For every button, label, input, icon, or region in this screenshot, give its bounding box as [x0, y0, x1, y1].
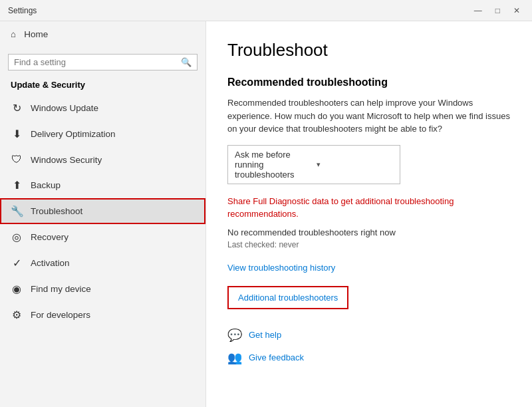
- additional-troubleshooters-label: Additional troubleshooters: [238, 293, 338, 303]
- recovery-icon: ◎: [11, 231, 23, 243]
- get-help-link[interactable]: 💬 Get help: [227, 328, 511, 342]
- dropdown-value: Ask me before running troubleshooters: [235, 150, 311, 180]
- sidebar-home-label: Home: [24, 29, 48, 39]
- additional-troubleshooters-button[interactable]: Additional troubleshooters: [227, 286, 348, 309]
- for-developers-icon: ⚙: [11, 309, 23, 321]
- home-icon: ⌂: [11, 29, 16, 39]
- get-help-icon: 💬: [227, 328, 242, 342]
- find-my-device-icon: ◉: [11, 283, 23, 295]
- windows-security-icon: 🛡: [11, 154, 23, 166]
- sidebar-item-troubleshoot[interactable]: 🔧 Troubleshoot: [0, 198, 205, 224]
- search-icon: 🔍: [181, 57, 192, 67]
- activation-icon: ✓: [11, 257, 23, 269]
- sidebar-item-label: Windows Update: [31, 103, 98, 113]
- get-help-label: Get help: [249, 330, 281, 340]
- chevron-down-icon: ▾: [317, 160, 393, 169]
- sidebar-item-activation[interactable]: ✓ Activation: [0, 250, 205, 276]
- last-checked-text: Last checked: never: [227, 240, 511, 249]
- sidebar-item-label: Activation: [31, 258, 70, 268]
- troubleshooter-dropdown[interactable]: Ask me before running troubleshooters ▾: [227, 145, 400, 184]
- sidebar-section-title: Update & Security: [0, 77, 205, 95]
- sidebar-item-windows-update[interactable]: ↻ Windows Update: [0, 95, 205, 121]
- view-history-link[interactable]: View troubleshooting history: [227, 263, 511, 273]
- give-feedback-icon: 👥: [227, 350, 242, 365]
- sidebar-item-find-my-device[interactable]: ◉ Find my device: [0, 276, 205, 302]
- app-container: ⌂ Home 🔍 Update & Security ↻ Windows Upd…: [0, 21, 532, 407]
- page-title: Troubleshoot: [227, 40, 511, 61]
- backup-icon: ⬆: [11, 179, 23, 192]
- sidebar-item-label: Recovery: [31, 232, 68, 242]
- sidebar-item-label: Windows Security: [31, 155, 102, 165]
- windows-update-icon: ↻: [11, 102, 23, 114]
- description-text: Recommended troubleshooters can help imp…: [227, 96, 511, 136]
- give-feedback-link[interactable]: 👥 Give feedback: [227, 350, 511, 365]
- minimize-button[interactable]: —: [470, 5, 486, 17]
- recommended-section-title: Recommended troubleshooting: [227, 76, 511, 88]
- close-button[interactable]: ✕: [509, 5, 524, 17]
- troubleshoot-icon: 🔧: [11, 205, 23, 217]
- main-content: Troubleshoot Recommended troubleshooting…: [206, 21, 532, 407]
- sidebar-item-home[interactable]: ⌂ Home: [0, 21, 205, 47]
- sidebar: ⌂ Home 🔍 Update & Security ↻ Windows Upd…: [0, 21, 206, 407]
- sidebar-item-for-developers[interactable]: ⚙ For developers: [0, 302, 205, 328]
- sidebar-item-recovery[interactable]: ◎ Recovery: [0, 224, 205, 250]
- sidebar-item-label: Find my device: [31, 284, 91, 294]
- search-input[interactable]: [14, 57, 181, 67]
- sidebar-search-box[interactable]: 🔍: [8, 54, 198, 70]
- diagnostic-link[interactable]: Share Full Diagnostic data to get additi…: [227, 195, 511, 221]
- titlebar-controls: — □ ✕: [470, 5, 524, 17]
- sidebar-item-backup[interactable]: ⬆ Backup: [0, 172, 205, 198]
- sidebar-item-label: For developers: [31, 310, 90, 320]
- give-feedback-label: Give feedback: [249, 352, 304, 362]
- sidebar-item-windows-security[interactable]: 🛡 Windows Security: [0, 147, 205, 172]
- titlebar: Settings — □ ✕: [0, 0, 532, 21]
- bottom-links: 💬 Get help 👥 Give feedback: [227, 328, 511, 365]
- sidebar-item-label: Delivery Optimization: [31, 129, 116, 139]
- sidebar-item-label: Troubleshoot: [31, 206, 82, 216]
- delivery-optimization-icon: ⬇: [11, 128, 23, 140]
- sidebar-item-label: Backup: [31, 180, 61, 190]
- no-troubleshooters-text: No recommended troubleshooters right now: [227, 227, 511, 237]
- titlebar-title: Settings: [8, 6, 37, 15]
- maximize-button[interactable]: □: [491, 5, 504, 17]
- sidebar-item-delivery-optimization[interactable]: ⬇ Delivery Optimization: [0, 121, 205, 147]
